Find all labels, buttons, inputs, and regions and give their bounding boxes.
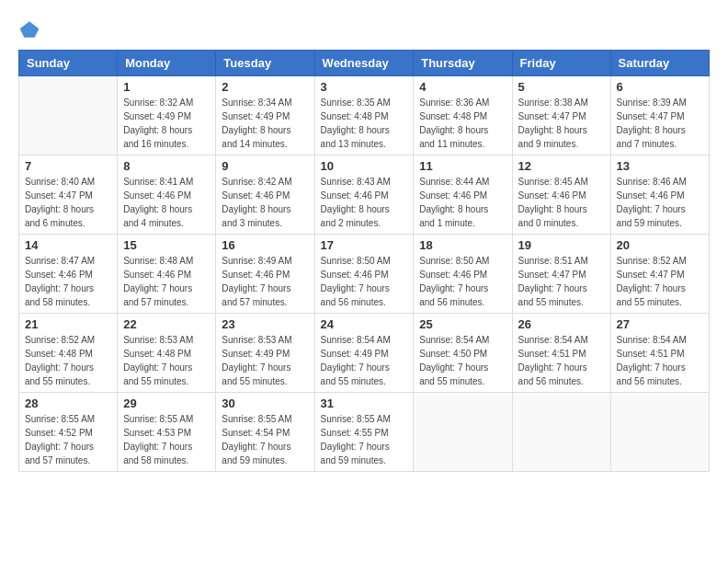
day-number: 22: [123, 317, 210, 331]
calendar-day-cell: 17Sunrise: 8:50 AM Sunset: 4:46 PM Dayli…: [314, 235, 414, 314]
calendar-header-row: SundayMondayTuesdayWednesdayThursdayFrid…: [19, 51, 710, 76]
day-number: 21: [25, 317, 111, 331]
day-number: 9: [222, 159, 308, 173]
day-number: 23: [222, 317, 308, 331]
day-number: 6: [617, 80, 703, 94]
calendar-day-cell: 3Sunrise: 8:35 AM Sunset: 4:48 PM Daylig…: [314, 76, 414, 155]
calendar-day-cell: 9Sunrise: 8:42 AM Sunset: 4:46 PM Daylig…: [216, 155, 314, 235]
day-number: 24: [321, 317, 408, 331]
calendar-day-cell: 15Sunrise: 8:48 AM Sunset: 4:46 PM Dayli…: [118, 235, 216, 314]
calendar-day-cell: 31Sunrise: 8:55 AM Sunset: 4:55 PM Dayli…: [314, 393, 414, 472]
day-info: Sunrise: 8:55 AM Sunset: 4:55 PM Dayligh…: [321, 412, 408, 467]
day-info: Sunrise: 8:52 AM Sunset: 4:47 PM Dayligh…: [617, 254, 703, 309]
day-number: 5: [518, 80, 605, 94]
day-info: Sunrise: 8:51 AM Sunset: 4:47 PM Dayligh…: [518, 254, 605, 309]
day-number: 7: [25, 159, 111, 173]
day-number: 14: [25, 238, 111, 252]
day-info: Sunrise: 8:43 AM Sunset: 4:46 PM Dayligh…: [321, 175, 408, 230]
day-number: 18: [419, 238, 506, 252]
day-number: 13: [617, 159, 703, 173]
day-number: 19: [518, 238, 605, 252]
calendar-day-cell: 20Sunrise: 8:52 AM Sunset: 4:47 PM Dayli…: [610, 235, 709, 314]
day-info: Sunrise: 8:42 AM Sunset: 4:46 PM Dayligh…: [222, 175, 308, 230]
calendar-day-cell: 21Sunrise: 8:52 AM Sunset: 4:48 PM Dayli…: [19, 314, 118, 393]
calendar-day-cell: 12Sunrise: 8:45 AM Sunset: 4:46 PM Dayli…: [512, 155, 610, 235]
day-info: Sunrise: 8:55 AM Sunset: 4:54 PM Dayligh…: [222, 412, 308, 467]
calendar-week-row: 14Sunrise: 8:47 AM Sunset: 4:46 PM Dayli…: [19, 235, 710, 314]
weekday-header: Saturday: [610, 51, 709, 76]
day-info: Sunrise: 8:50 AM Sunset: 4:46 PM Dayligh…: [419, 254, 506, 309]
day-info: Sunrise: 8:48 AM Sunset: 4:46 PM Dayligh…: [123, 254, 210, 309]
page-header: [18, 18, 710, 40]
calendar-day-cell: 14Sunrise: 8:47 AM Sunset: 4:46 PM Dayli…: [19, 235, 118, 314]
day-number: 8: [123, 159, 210, 173]
day-number: 2: [222, 80, 308, 94]
day-info: Sunrise: 8:52 AM Sunset: 4:48 PM Dayligh…: [25, 333, 111, 388]
day-number: 28: [25, 396, 111, 410]
day-info: Sunrise: 8:46 AM Sunset: 4:46 PM Dayligh…: [617, 175, 703, 230]
day-info: Sunrise: 8:34 AM Sunset: 4:49 PM Dayligh…: [222, 96, 308, 151]
calendar-day-cell: 29Sunrise: 8:55 AM Sunset: 4:53 PM Dayli…: [118, 393, 216, 472]
calendar-day-cell: 8Sunrise: 8:41 AM Sunset: 4:46 PM Daylig…: [118, 155, 216, 235]
calendar-week-row: 28Sunrise: 8:55 AM Sunset: 4:52 PM Dayli…: [19, 393, 710, 472]
weekday-header: Sunday: [19, 51, 118, 76]
day-number: 4: [419, 80, 506, 94]
weekday-header: Wednesday: [314, 51, 414, 76]
calendar-day-cell: 27Sunrise: 8:54 AM Sunset: 4:51 PM Dayli…: [610, 314, 709, 393]
day-info: Sunrise: 8:38 AM Sunset: 4:47 PM Dayligh…: [518, 96, 605, 151]
day-info: Sunrise: 8:41 AM Sunset: 4:46 PM Dayligh…: [123, 175, 210, 230]
calendar-day-cell: 7Sunrise: 8:40 AM Sunset: 4:47 PM Daylig…: [19, 155, 118, 235]
calendar-day-cell: 30Sunrise: 8:55 AM Sunset: 4:54 PM Dayli…: [216, 393, 314, 472]
day-number: 16: [222, 238, 308, 252]
weekday-header: Tuesday: [216, 51, 314, 76]
calendar-day-cell: 25Sunrise: 8:54 AM Sunset: 4:50 PM Dayli…: [414, 314, 512, 393]
day-info: Sunrise: 8:47 AM Sunset: 4:46 PM Dayligh…: [25, 254, 111, 309]
day-number: 11: [419, 159, 506, 173]
calendar-day-cell: 28Sunrise: 8:55 AM Sunset: 4:52 PM Dayli…: [19, 393, 118, 472]
day-number: 25: [419, 317, 506, 331]
day-number: 26: [518, 317, 605, 331]
calendar-day-cell: 26Sunrise: 8:54 AM Sunset: 4:51 PM Dayli…: [512, 314, 610, 393]
calendar-week-row: 7Sunrise: 8:40 AM Sunset: 4:47 PM Daylig…: [19, 155, 710, 235]
day-info: Sunrise: 8:32 AM Sunset: 4:49 PM Dayligh…: [123, 96, 210, 151]
day-info: Sunrise: 8:53 AM Sunset: 4:48 PM Dayligh…: [123, 333, 210, 388]
day-info: Sunrise: 8:36 AM Sunset: 4:48 PM Dayligh…: [419, 96, 506, 151]
calendar-day-cell: 10Sunrise: 8:43 AM Sunset: 4:46 PM Dayli…: [314, 155, 414, 235]
day-info: Sunrise: 8:54 AM Sunset: 4:50 PM Dayligh…: [419, 333, 506, 388]
weekday-header: Friday: [512, 51, 610, 76]
day-number: 17: [321, 238, 408, 252]
day-info: Sunrise: 8:55 AM Sunset: 4:52 PM Dayligh…: [25, 412, 111, 467]
calendar-day-cell: 24Sunrise: 8:54 AM Sunset: 4:49 PM Dayli…: [314, 314, 414, 393]
day-info: Sunrise: 8:40 AM Sunset: 4:47 PM Dayligh…: [25, 175, 111, 230]
day-info: Sunrise: 8:39 AM Sunset: 4:47 PM Dayligh…: [617, 96, 703, 151]
day-info: Sunrise: 8:53 AM Sunset: 4:49 PM Dayligh…: [222, 333, 308, 388]
calendar-day-cell: 5Sunrise: 8:38 AM Sunset: 4:47 PM Daylig…: [512, 76, 610, 155]
weekday-header: Thursday: [414, 51, 512, 76]
calendar-day-cell: 16Sunrise: 8:49 AM Sunset: 4:46 PM Dayli…: [216, 235, 314, 314]
calendar-day-cell: 4Sunrise: 8:36 AM Sunset: 4:48 PM Daylig…: [414, 76, 512, 155]
calendar-day-cell: 18Sunrise: 8:50 AM Sunset: 4:46 PM Dayli…: [414, 235, 512, 314]
calendar-day-cell: 11Sunrise: 8:44 AM Sunset: 4:46 PM Dayli…: [414, 155, 512, 235]
day-info: Sunrise: 8:54 AM Sunset: 4:49 PM Dayligh…: [321, 333, 408, 388]
calendar-day-cell: 1Sunrise: 8:32 AM Sunset: 4:49 PM Daylig…: [118, 76, 216, 155]
day-number: 10: [321, 159, 408, 173]
calendar-week-row: 1Sunrise: 8:32 AM Sunset: 4:49 PM Daylig…: [19, 76, 710, 155]
calendar-day-cell: 2Sunrise: 8:34 AM Sunset: 4:49 PM Daylig…: [216, 76, 314, 155]
day-number: 3: [321, 80, 408, 94]
day-info: Sunrise: 8:35 AM Sunset: 4:48 PM Dayligh…: [321, 96, 408, 151]
svg-marker-0: [20, 21, 40, 38]
day-number: 1: [123, 80, 210, 94]
day-number: 20: [617, 238, 703, 252]
calendar-day-cell: [19, 76, 118, 155]
logo: [18, 18, 44, 40]
calendar-day-cell: 22Sunrise: 8:53 AM Sunset: 4:48 PM Dayli…: [118, 314, 216, 393]
day-number: 29: [123, 396, 210, 410]
calendar-table: SundayMondayTuesdayWednesdayThursdayFrid…: [18, 50, 710, 472]
calendar-day-cell: [414, 393, 512, 472]
calendar-week-row: 21Sunrise: 8:52 AM Sunset: 4:48 PM Dayli…: [19, 314, 710, 393]
day-info: Sunrise: 8:54 AM Sunset: 4:51 PM Dayligh…: [617, 333, 703, 388]
day-number: 31: [321, 396, 408, 410]
day-info: Sunrise: 8:45 AM Sunset: 4:46 PM Dayligh…: [518, 175, 605, 230]
day-number: 30: [222, 396, 308, 410]
weekday-header: Monday: [118, 51, 216, 76]
